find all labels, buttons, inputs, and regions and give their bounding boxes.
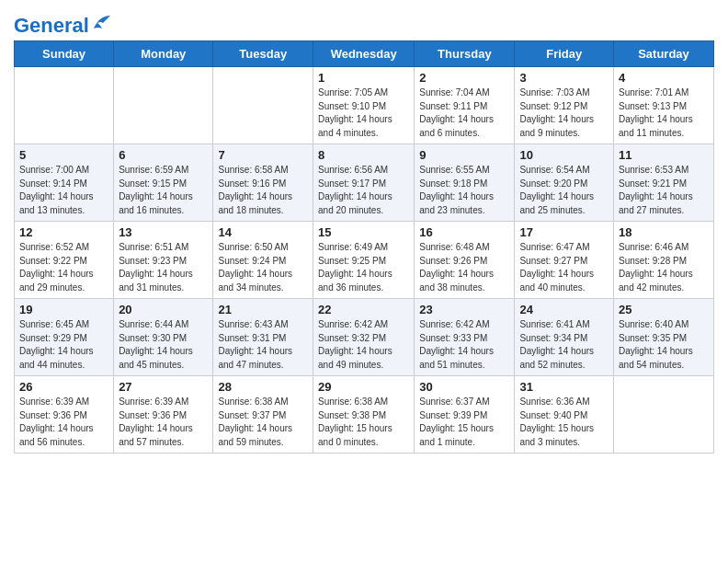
day-cell: 11Sunrise: 6:53 AM Sunset: 9:21 PM Dayli…: [614, 144, 714, 222]
day-number: 6: [119, 148, 208, 162]
day-info: Sunrise: 6:55 AM Sunset: 9:18 PM Dayligh…: [419, 164, 509, 217]
day-info: Sunrise: 6:41 AM Sunset: 9:34 PM Dayligh…: [519, 318, 609, 372]
day-info: Sunrise: 6:37 AM Sunset: 9:39 PM Dayligh…: [419, 396, 509, 449]
day-number: 4: [619, 71, 709, 85]
day-number: 26: [19, 380, 108, 394]
day-info: Sunrise: 6:42 AM Sunset: 9:33 PM Dayligh…: [419, 318, 509, 372]
day-info: Sunrise: 7:03 AM Sunset: 9:12 PM Dayligh…: [519, 86, 609, 140]
day-cell: 26Sunrise: 6:39 AM Sunset: 9:36 PM Dayli…: [15, 376, 114, 454]
day-cell: 2Sunrise: 7:04 AM Sunset: 9:11 PM Daylig…: [415, 67, 515, 144]
weekday-thursday: Thursday: [415, 41, 515, 67]
weekday-header-row: SundayMondayTuesdayWednesdayThursdayFrid…: [15, 41, 714, 67]
day-number: 9: [419, 148, 509, 162]
day-cell: 29Sunrise: 6:38 AM Sunset: 9:38 PM Dayli…: [313, 376, 415, 454]
week-row-3: 12Sunrise: 6:52 AM Sunset: 9:22 PM Dayli…: [15, 222, 714, 299]
day-cell: 16Sunrise: 6:48 AM Sunset: 9:26 PM Dayli…: [415, 222, 515, 299]
day-info: Sunrise: 6:38 AM Sunset: 9:37 PM Dayligh…: [218, 396, 308, 449]
day-number: 27: [119, 380, 208, 394]
day-cell: 10Sunrise: 6:54 AM Sunset: 9:20 PM Dayli…: [515, 144, 614, 222]
day-info: Sunrise: 6:50 AM Sunset: 9:24 PM Dayligh…: [218, 241, 308, 294]
day-cell: 31Sunrise: 6:36 AM Sunset: 9:40 PM Dayli…: [515, 376, 614, 454]
weekday-wednesday: Wednesday: [313, 41, 415, 67]
day-cell: 3Sunrise: 7:03 AM Sunset: 9:12 PM Daylig…: [515, 67, 614, 144]
day-number: 23: [419, 303, 509, 316]
day-info: Sunrise: 6:47 AM Sunset: 9:27 PM Dayligh…: [519, 241, 609, 294]
day-cell: 5Sunrise: 7:00 AM Sunset: 9:14 PM Daylig…: [15, 144, 114, 222]
day-cell: 23Sunrise: 6:42 AM Sunset: 9:33 PM Dayli…: [415, 299, 515, 376]
day-number: 16: [419, 225, 509, 239]
day-info: Sunrise: 6:45 AM Sunset: 9:29 PM Dayligh…: [19, 318, 108, 372]
weekday-friday: Friday: [515, 41, 614, 67]
day-info: Sunrise: 6:40 AM Sunset: 9:35 PM Dayligh…: [619, 318, 709, 372]
page: General SundayMondayTuesdayWednesdayThur…: [0, 0, 728, 467]
day-number: 5: [19, 148, 108, 162]
day-info: Sunrise: 6:49 AM Sunset: 9:25 PM Dayligh…: [318, 241, 409, 294]
day-cell: [614, 376, 714, 454]
day-info: Sunrise: 6:39 AM Sunset: 9:36 PM Dayligh…: [19, 396, 108, 449]
day-number: 21: [218, 303, 308, 316]
day-number: 20: [119, 303, 208, 316]
day-number: 19: [19, 303, 108, 316]
day-cell: 7Sunrise: 6:58 AM Sunset: 9:16 PM Daylig…: [213, 144, 313, 222]
day-cell: 13Sunrise: 6:51 AM Sunset: 9:23 PM Dayli…: [114, 222, 213, 299]
day-info: Sunrise: 6:42 AM Sunset: 9:32 PM Dayligh…: [318, 318, 409, 372]
day-info: Sunrise: 6:48 AM Sunset: 9:26 PM Dayligh…: [419, 241, 509, 294]
day-number: 12: [19, 225, 108, 239]
day-number: 3: [519, 71, 609, 85]
day-cell: 27Sunrise: 6:39 AM Sunset: 9:36 PM Dayli…: [114, 376, 213, 454]
header: General: [14, 9, 714, 33]
day-info: Sunrise: 6:46 AM Sunset: 9:28 PM Dayligh…: [619, 241, 709, 294]
day-info: Sunrise: 7:05 AM Sunset: 9:10 PM Dayligh…: [318, 86, 409, 140]
logo-bird-icon: [92, 14, 112, 30]
day-cell: 30Sunrise: 6:37 AM Sunset: 9:39 PM Dayli…: [415, 376, 515, 454]
day-info: Sunrise: 6:58 AM Sunset: 9:16 PM Dayligh…: [218, 164, 308, 217]
day-info: Sunrise: 6:53 AM Sunset: 9:21 PM Dayligh…: [619, 164, 709, 217]
day-cell: 24Sunrise: 6:41 AM Sunset: 9:34 PM Dayli…: [515, 299, 614, 376]
day-number: 31: [519, 380, 609, 394]
day-number: 15: [318, 225, 409, 239]
day-info: Sunrise: 6:51 AM Sunset: 9:23 PM Dayligh…: [119, 241, 208, 294]
day-info: Sunrise: 6:36 AM Sunset: 9:40 PM Dayligh…: [519, 396, 609, 449]
day-cell: 14Sunrise: 6:50 AM Sunset: 9:24 PM Dayli…: [213, 222, 313, 299]
day-number: 13: [119, 225, 208, 239]
day-cell: 8Sunrise: 6:56 AM Sunset: 9:17 PM Daylig…: [313, 144, 415, 222]
day-cell: [213, 67, 313, 144]
day-info: Sunrise: 7:04 AM Sunset: 9:11 PM Dayligh…: [419, 86, 509, 140]
day-number: 30: [419, 380, 509, 394]
day-cell: 19Sunrise: 6:45 AM Sunset: 9:29 PM Dayli…: [15, 299, 114, 376]
day-cell: 17Sunrise: 6:47 AM Sunset: 9:27 PM Dayli…: [515, 222, 614, 299]
day-number: 7: [218, 148, 308, 162]
day-cell: 18Sunrise: 6:46 AM Sunset: 9:28 PM Dayli…: [614, 222, 714, 299]
day-info: Sunrise: 6:39 AM Sunset: 9:36 PM Dayligh…: [119, 396, 208, 449]
weekday-saturday: Saturday: [614, 41, 714, 67]
day-cell: 1Sunrise: 7:05 AM Sunset: 9:10 PM Daylig…: [313, 67, 415, 144]
weekday-tuesday: Tuesday: [213, 41, 313, 67]
day-cell: 21Sunrise: 6:43 AM Sunset: 9:31 PM Dayli…: [213, 299, 313, 376]
day-info: Sunrise: 6:43 AM Sunset: 9:31 PM Dayligh…: [218, 318, 308, 372]
weekday-monday: Monday: [114, 41, 213, 67]
day-cell: 9Sunrise: 6:55 AM Sunset: 9:18 PM Daylig…: [415, 144, 515, 222]
day-number: 1: [318, 71, 409, 85]
week-row-1: 1Sunrise: 7:05 AM Sunset: 9:10 PM Daylig…: [15, 67, 714, 144]
day-info: Sunrise: 6:59 AM Sunset: 9:15 PM Dayligh…: [119, 164, 208, 217]
day-number: 11: [619, 148, 709, 162]
day-info: Sunrise: 6:38 AM Sunset: 9:38 PM Dayligh…: [318, 396, 409, 449]
week-row-4: 19Sunrise: 6:45 AM Sunset: 9:29 PM Dayli…: [15, 299, 714, 376]
day-number: 25: [619, 303, 709, 316]
day-info: Sunrise: 7:00 AM Sunset: 9:14 PM Dayligh…: [19, 164, 108, 217]
day-info: Sunrise: 6:44 AM Sunset: 9:30 PM Dayligh…: [119, 318, 208, 372]
day-cell: 20Sunrise: 6:44 AM Sunset: 9:30 PM Dayli…: [114, 299, 213, 376]
day-cell: [114, 67, 213, 144]
day-cell: 22Sunrise: 6:42 AM Sunset: 9:32 PM Dayli…: [313, 299, 415, 376]
day-cell: 12Sunrise: 6:52 AM Sunset: 9:22 PM Dayli…: [15, 222, 114, 299]
day-info: Sunrise: 6:54 AM Sunset: 9:20 PM Dayligh…: [519, 164, 609, 217]
logo: General: [14, 14, 112, 33]
day-number: 2: [419, 71, 509, 85]
week-row-2: 5Sunrise: 7:00 AM Sunset: 9:14 PM Daylig…: [15, 144, 714, 222]
day-cell: 15Sunrise: 6:49 AM Sunset: 9:25 PM Dayli…: [313, 222, 415, 299]
day-number: 22: [318, 303, 409, 316]
day-number: 18: [619, 225, 709, 239]
weekday-sunday: Sunday: [15, 41, 114, 67]
day-info: Sunrise: 7:01 AM Sunset: 9:13 PM Dayligh…: [619, 86, 709, 140]
day-number: 8: [318, 148, 409, 162]
